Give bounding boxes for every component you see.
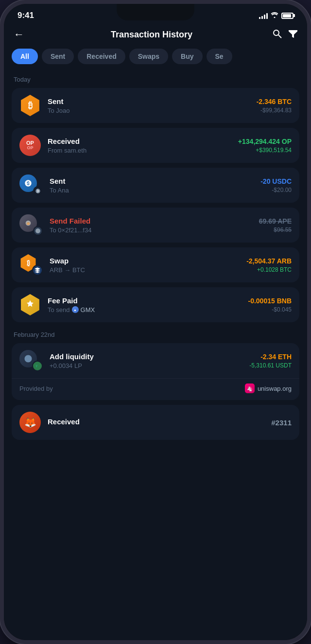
transaction-item-liquidity[interactable]: ₮ Add liquidity +0.0034 LP -2.34 ETH -5,… xyxy=(12,343,299,400)
tx-title: Sent xyxy=(50,177,254,185)
provided-by-link[interactable]: 🦄 uniswap.org xyxy=(245,383,292,393)
transaction-item[interactable]: OP OP Received From sam.eth +134,294.424… xyxy=(12,128,299,163)
header-actions xyxy=(272,29,297,41)
header: ← Transaction History xyxy=(4,24,307,47)
tx-info: Send Failed To 0×2f21...f34 xyxy=(50,217,252,234)
tx-subtitle: To Ana xyxy=(50,187,254,194)
uniswap-icon: 🦄 xyxy=(245,383,255,393)
provided-by-label: Provided by xyxy=(19,385,53,392)
tab-all[interactable]: All xyxy=(12,49,38,64)
transaction-list: Today ₿ Sent To Joao -2.346 BTC -$99,364… xyxy=(4,72,307,640)
amount-secondary: +0.1028 BTC xyxy=(246,266,292,273)
tx-amounts: -2.346 BTC -$99,364.83 xyxy=(257,98,292,114)
amount-primary: -2.34 ETH xyxy=(249,353,292,361)
tx-subtitle: To Joao xyxy=(48,107,250,114)
section-february: February 22nd xyxy=(12,327,299,343)
coin-icon-op: OP OP xyxy=(19,135,41,156)
tab-buy[interactable]: Buy xyxy=(172,49,202,64)
amount-primary: -2,504.37 ARB xyxy=(246,257,292,265)
tx-title: Received xyxy=(48,418,264,426)
tx-title: Swap xyxy=(50,257,240,265)
tx-info: Fee Paid To send ▲ GMX xyxy=(48,296,242,313)
transaction-item[interactable]: 🐵 Ξ Send Failed To 0×2f21...f34 69.69 AP… xyxy=(12,208,299,243)
transaction-item[interactable]: Sent To Ana -20 USDC -$20.00 xyxy=(12,168,299,203)
tab-received[interactable]: Received xyxy=(78,49,125,64)
tx-title: Add liquidity xyxy=(50,352,242,361)
svg-text:₮: ₮ xyxy=(35,364,38,367)
status-icons xyxy=(259,12,294,19)
tx-title-failed: Send Failed xyxy=(50,217,252,225)
tab-swaps[interactable]: Swaps xyxy=(129,49,168,64)
amount-primary: -2.346 BTC xyxy=(257,98,292,105)
tx-subtitle: ARB → BTC xyxy=(50,266,240,274)
back-button[interactable]: ← xyxy=(14,28,31,41)
amount-secondary: -5,310.61 USDT xyxy=(249,362,292,369)
amount-primary-nft: #2311 xyxy=(271,418,292,427)
coin-icon-nft: 🦊 xyxy=(19,412,41,433)
amount-secondary: -$99,364.83 xyxy=(257,107,292,114)
amount-primary: +134,294.424 OP xyxy=(238,138,292,145)
section-today: Today xyxy=(12,72,299,88)
tx-title: Sent xyxy=(48,97,250,105)
transaction-item[interactable]: ₿ Sent To Joao -2.346 BTC -$99,364.83 xyxy=(12,88,299,123)
coin-icon-bnb xyxy=(19,294,41,315)
amount-secondary: -$0.045 xyxy=(248,306,292,313)
coin-icon-usdc xyxy=(19,174,43,196)
svg-point-2 xyxy=(35,189,40,193)
amount-primary: 69.69 APE xyxy=(259,217,292,225)
signal-icon xyxy=(259,13,268,19)
tx-amounts: -2.34 ETH -5,310.61 USDT xyxy=(249,353,292,369)
filter-tabs: All Sent Received Swaps Buy Se xyxy=(4,47,307,72)
tx-info: Received From sam.eth xyxy=(48,137,231,154)
amount-secondary: +$390,519.54 xyxy=(238,147,292,154)
filter-icon[interactable] xyxy=(289,29,297,40)
amount-primary: -20 USDC xyxy=(260,177,292,185)
gmx-badge: ▲ GMX xyxy=(72,306,95,313)
tx-amounts: -2,504.37 ARB +0.1028 BTC xyxy=(246,257,292,273)
coin-icon-ape: 🐵 Ξ xyxy=(19,214,43,236)
tx-amounts: -20 USDC -$20.00 xyxy=(260,177,292,193)
tx-amounts: #2311 xyxy=(271,418,292,427)
tx-title: Fee Paid xyxy=(48,296,242,305)
tx-subtitle: From sam.eth xyxy=(48,147,231,154)
tab-se[interactable]: Se xyxy=(207,49,232,64)
tx-card-main: ₮ Add liquidity +0.0034 LP -2.34 ETH -5,… xyxy=(12,343,299,378)
tx-amounts: 69.69 APE $96.55 xyxy=(259,217,292,233)
tx-amounts: +134,294.424 OP +$390,519.54 xyxy=(238,138,292,154)
tx-subtitle: To 0×2f21...f34 xyxy=(50,226,252,234)
provided-by-row: Provided by 🦄 uniswap.org xyxy=(19,383,292,393)
page-title: Transaction History xyxy=(31,30,272,40)
svg-text:🐵: 🐵 xyxy=(26,221,31,226)
tx-subtitle: To send ▲ GMX xyxy=(48,306,242,313)
tx-amounts: -0.00015 BNB -$0.045 xyxy=(248,297,292,313)
battery-icon xyxy=(281,13,294,19)
provided-by-url: uniswap.org xyxy=(258,385,292,392)
svg-point-0 xyxy=(274,30,279,35)
svg-line-1 xyxy=(278,35,281,38)
transaction-item-nft[interactable]: 🦊 Received #2311 xyxy=(12,405,299,440)
amount-secondary: $96.55 xyxy=(259,226,292,233)
tx-info: Received xyxy=(48,418,264,427)
status-time: 9:41 xyxy=(17,11,34,20)
coin-icon-btc: ₿ xyxy=(19,95,41,116)
amount-secondary: -$20.00 xyxy=(260,187,292,193)
provided-by-section: Provided by 🦄 uniswap.org xyxy=(12,378,299,400)
tx-info: Sent To Ana xyxy=(50,177,254,194)
tx-info: Swap ARB → BTC xyxy=(50,257,240,274)
search-icon[interactable] xyxy=(272,29,282,41)
tx-title: Received xyxy=(48,137,231,145)
tx-info: Add liquidity +0.0034 LP xyxy=(50,352,242,369)
transaction-item[interactable]: Fee Paid To send ▲ GMX -0.00015 BNB -$0.… xyxy=(12,287,299,322)
tx-subtitle: +0.0034 LP xyxy=(50,362,242,369)
transaction-item[interactable]: ₿ Swap ARB → BTC -2,504.37 ARB +0.1028 B… xyxy=(12,247,299,282)
amount-primary: -0.00015 BNB xyxy=(248,297,292,305)
tab-sent[interactable]: Sent xyxy=(42,49,74,64)
tx-info: Sent To Joao xyxy=(48,97,250,114)
coin-icon-liq: ₮ xyxy=(19,350,43,371)
coin-icon-swap: ₿ xyxy=(19,254,43,276)
wifi-icon xyxy=(271,12,278,19)
